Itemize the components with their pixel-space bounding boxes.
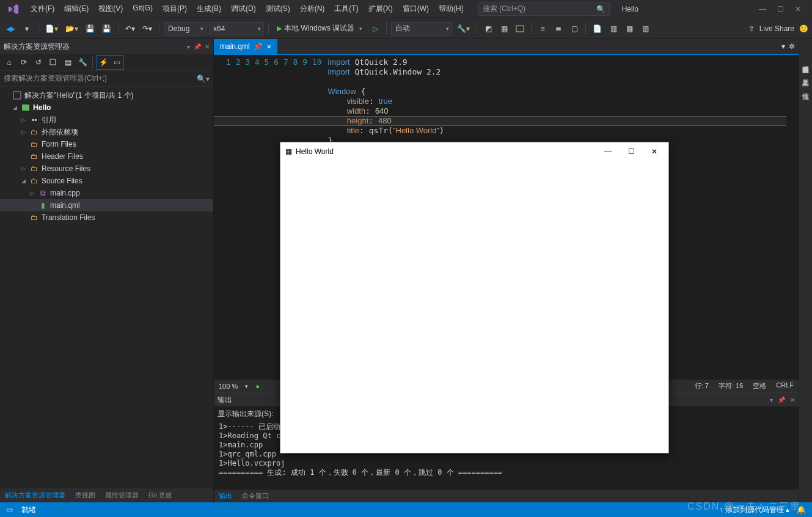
menu-item[interactable]: 帮助(H) [434,1,469,16]
pin-icon[interactable]: 📌 [778,397,785,403]
play-icon: ▶ [277,24,282,32]
properties-icon[interactable]: 🔧 [76,56,89,69]
dock-tab[interactable]: 服务器资源管理器 [800,57,811,65]
tb-icon-9[interactable]: ▦ [623,22,636,35]
platform-dropdown[interactable]: x64 [209,22,264,35]
live-share-button[interactable]: Live Share [759,24,794,33]
run-button[interactable]: ▶本地 Windows 调试器▾ [273,22,366,35]
main-toolbar: ◀▸ ▾ 📄▾ 📂▾ 💾 💾 ↶▾ ↷▾ Debug x64 ▶本地 Windo… [0,18,812,39]
sidebar-bottom-tab[interactable]: 解决方案资源管理器 [0,488,70,502]
close-icon[interactable]: ✕ [795,5,801,13]
liveshare-icon[interactable]: ⇪ [748,24,755,33]
tb-icon-4[interactable]: ≡ [536,22,549,35]
tree-solution-root[interactable]: 解决方案"Hello"(1 个项目/共 1 个) [0,89,213,101]
show-all-icon[interactable]: ▤ [61,56,75,69]
tab-dropdown-icon[interactable]: ▾ [781,42,785,51]
save-all-button[interactable]: 💾 [100,22,114,35]
undo-button[interactable]: ↶▾ [123,22,137,35]
tb-icon-6[interactable]: ▢ [568,22,581,35]
menu-item[interactable]: 生成(B) [192,1,226,16]
tree-references[interactable]: ▷▪▪引用 [0,114,213,126]
output-title: 输出 [218,395,232,405]
close-tab-icon[interactable]: ✕ [266,43,271,50]
sidebar-bottom-tab[interactable]: Git 更改 [144,488,177,502]
tb-icon-1[interactable]: ◩ [481,22,495,35]
editor-tab-mainqml[interactable]: main.qml 📌 ✕ [214,39,277,54]
tb-icon-10[interactable]: ▧ [638,22,652,35]
refresh-icon[interactable]: ↺ [32,56,45,69]
panel-menu-icon[interactable]: ▾ [770,397,773,403]
tree-main-cpp[interactable]: ▷⧉main.cpp [0,187,213,199]
new-item-button[interactable]: 📄▾ [43,22,60,35]
pin-tab-icon[interactable]: 📌 [254,42,263,51]
pin-icon[interactable]: 📌 [194,43,201,50]
menu-item[interactable]: 窗口(W) [398,1,434,16]
tb-icon-5[interactable]: ≣ [552,22,565,35]
feedback-icon[interactable]: 🙂 [799,24,808,33]
notifications-icon[interactable]: 🔔 [797,505,806,514]
tree-external-deps[interactable]: ▷🗀外部依赖项 [0,126,213,138]
nav-fwd-button[interactable]: ▾ [20,22,34,35]
tab-settings-icon[interactable]: ✲ [789,42,795,51]
tree-project[interactable]: ◢Hello [0,101,213,114]
menu-item[interactable]: 编辑(E) [59,1,93,16]
tb-icon-7[interactable]: 📄 [590,22,604,35]
app-maximize-icon[interactable]: ☐ [622,147,640,156]
tree-header-files[interactable]: 🗀Header Files [0,150,213,163]
redo-button[interactable]: ↷▾ [140,22,155,35]
collapse-icon[interactable] [46,56,60,69]
sync-icon[interactable]: ⟳ [17,56,31,69]
view-code-icon[interactable]: ⚡ [97,56,110,69]
menu-item[interactable]: 扩展(X) [364,1,398,16]
close-panel-icon[interactable]: ✕ [205,43,210,50]
tb-icon-3[interactable] [513,22,527,35]
eol-mode[interactable]: CRLF [776,381,794,391]
menu-item[interactable]: 项目(P) [158,1,192,16]
quick-search-input[interactable]: 搜索 (Ctrl+Q) 🔍 [478,2,610,16]
svg-rect-1 [13,92,21,99]
nav-back-button[interactable]: ◀▸ [4,22,18,35]
view-designer-icon[interactable]: ▭ [110,56,123,69]
tb-icon-8[interactable]: ▥ [607,22,620,35]
app-close-icon[interactable]: ✕ [645,147,664,156]
run-noDebug-button[interactable]: ▷ [368,22,382,35]
source-control-button[interactable]: ↑ 添加到源代码管理 ▴ [719,505,789,515]
menu-item[interactable]: 工具(T) [329,1,363,16]
sidebar-bottom-tab[interactable]: 类视图 [70,488,100,502]
save-button[interactable]: 💾 [83,22,97,35]
menu-item[interactable]: 文件(F) [26,1,59,16]
folder-icon: 🗀 [29,213,39,222]
auto-dropdown[interactable]: 自动 [391,22,452,35]
indent-mode[interactable]: 空格 [753,381,766,391]
tree-resource-files[interactable]: ▷🗀Resource Files [0,163,213,175]
explorer-search-input[interactable]: 搜索解决方案资源管理器(Ctrl+;) 🔍▾ [0,71,213,87]
close-panel-icon[interactable]: ✕ [790,397,795,403]
menu-item[interactable]: 视图(V) [93,1,128,16]
build-button[interactable]: 🔧▾ [455,22,472,35]
output-tab[interactable]: 命令窗口 [237,489,274,503]
menu-item[interactable]: 调试(D) [226,1,261,16]
tree-main-qml[interactable]: ▮main.qml [0,199,213,211]
menu-item[interactable]: Git(G) [128,1,158,16]
tree-form-files[interactable]: 🗀Form Files [0,138,213,150]
menu-item[interactable]: 测试(S) [261,1,295,16]
output-tab[interactable]: 输出 [214,489,237,503]
zoom-level[interactable]: 100 % [219,383,238,390]
minimize-icon[interactable]: — [759,5,766,13]
dock-tab[interactable]: 属性 [800,84,811,92]
tb-icon-2[interactable]: ▦ [497,22,511,35]
app-minimize-icon[interactable]: — [599,147,617,156]
config-dropdown[interactable]: Debug [164,22,207,35]
home-icon[interactable]: ⌂ [2,56,16,69]
dock-tab[interactable]: 工具箱 [800,71,811,78]
menu-item[interactable]: 分析(N) [295,1,330,16]
open-button[interactable]: 📂▾ [63,22,81,35]
panel-menu-icon[interactable]: ▾ [187,43,190,50]
folder-icon: 🗀 [29,164,39,174]
tree-source-files[interactable]: ◢🗀Source Files [0,175,213,187]
sidebar-bottom-tab[interactable]: 属性管理器 [100,488,144,502]
maximize-icon[interactable]: ☐ [777,5,784,13]
tree-translation-files[interactable]: 🗀Translation Files [0,211,213,224]
folder-icon: 🗀 [29,127,39,137]
app-window-hello[interactable]: ▦ Hello World — ☐ ✕ [280,142,669,453]
